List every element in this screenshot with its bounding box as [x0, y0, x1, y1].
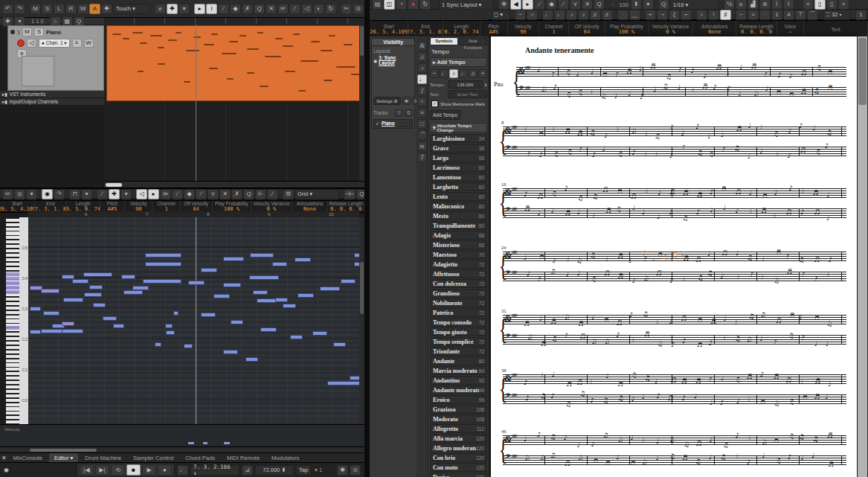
page-mode-icon[interactable]: ◫ — [384, 0, 395, 10]
info-field-pitch[interactable]: PitchA#5 — [480, 21, 508, 37]
info-field-release-length[interactable]: Release Length0. 0. 0. 0 — [736, 21, 777, 37]
whole-note-button[interactable]: ♩ — [542, 10, 553, 20]
marcato-button[interactable]: ⊤ — [795, 10, 806, 20]
midi-note[interactable] — [145, 253, 181, 257]
score-system[interactable]: {♩♪♫♩♩♬♪♬♩♬♫♪♪♪♬♩♩♬♪♪♪♬♫♬&♯♯♯♫♪♫♫♩♫♩♩♪♩♫… — [516, 67, 846, 98]
score-system[interactable]: 8{♩♬♩♬♬♫♪♩♫♩♫♪♪♪♩♩♬♩♩♫♪♪♩♫&♯♯♯♪♪♫♫♪♪♩♫♪♩… — [503, 127, 846, 158]
tab-modulators[interactable]: Modulators — [266, 453, 304, 462]
step-input-icon[interactable]: ≫ — [160, 189, 171, 199]
info-field-pitch[interactable]: PitchA#5 — [100, 201, 125, 212]
midi-note[interactable] — [41, 289, 60, 293]
rest-button-2[interactable]: ¬ — [657, 10, 668, 20]
ped-icon[interactable]: ⌇ — [783, 0, 794, 10]
natural-button[interactable]: ♮ — [708, 10, 719, 20]
tempo-item-alla-marcia[interactable]: Alla marcia120 — [430, 434, 487, 443]
hscroll-handle[interactable] — [106, 183, 122, 187]
rest-button-4[interactable]: ⌐ — [681, 10, 692, 20]
midi-note[interactable] — [166, 330, 175, 335]
folder-track[interactable]: ▸▮VST Instruments — [0, 91, 104, 98]
midi-note[interactable] — [143, 279, 181, 284]
speaker-icon[interactable]: ◀ — [510, 0, 521, 10]
text-palette-icon[interactable]: T — [417, 153, 427, 162]
velocity-tick[interactable] — [203, 442, 208, 444]
dot-mode-icon[interactable]: ○ — [527, 10, 538, 20]
tab-note-functions[interactable]: Note Functions — [459, 37, 487, 45]
editor-playhead[interactable] — [196, 217, 196, 424]
settings-icon[interactable]: ⊙ — [350, 465, 361, 476]
pinned-icon[interactable]: ⊓ — [69, 189, 80, 199]
zoom-tool[interactable]: Q — [254, 4, 265, 14]
tempo-palette-icon[interactable]: ♩ — [417, 74, 427, 84]
range-select-tool[interactable]: I — [206, 4, 217, 14]
graph-icon[interactable]: ▟ — [748, 0, 759, 10]
selected-note-glyph[interactable]: ♬ — [672, 252, 678, 259]
midi-note[interactable] — [333, 342, 346, 347]
iq-icon[interactable]: e — [736, 0, 747, 10]
midi-note[interactable] — [145, 262, 181, 266]
tuplet-dropdown[interactable]: 𝄚 32 ▾ — [823, 10, 851, 20]
eighth-note-button[interactable]: ♪ — [578, 10, 589, 20]
tempo-item-andante[interactable]: Andante80 — [430, 356, 487, 365]
dropdown-arrow-icon[interactable]: ▾ — [26, 189, 37, 199]
tempo-item-grazioso[interactable]: Grazioso108 — [430, 405, 487, 414]
midi-note[interactable] — [272, 262, 287, 266]
redo-icon[interactable]: ↷ — [14, 4, 25, 14]
sharp-button[interactable]: ♯ — [720, 10, 731, 20]
add-tempo-header[interactable]: ▸Add Tempo — [430, 57, 487, 67]
auto-follow-icon[interactable]: ✚ — [101, 4, 112, 14]
info-field-off-velocity[interactable]: Off Velocity64 — [181, 201, 213, 212]
boxes-palette-icon[interactable]: □ — [417, 119, 427, 129]
info-field-end[interactable]: End27. 3. 1. 83 — [35, 201, 67, 212]
snap-type-icon[interactable]: ⊙ — [353, 4, 364, 14]
tempo-text-field[interactable]: Enter Text — [448, 90, 487, 98]
midi-note[interactable] — [113, 324, 124, 328]
midi-note[interactable] — [121, 275, 135, 279]
piano-keys[interactable]: C5C4C3C2C1C0 — [6, 217, 29, 424]
solo-editor-icon[interactable]: ✏ — [2, 189, 13, 199]
tempo-item-andantino[interactable]: Andantino92 — [430, 376, 487, 385]
info-field-channel[interactable]: Channel1 — [539, 21, 569, 37]
scrub-tool[interactable]: ↻ — [325, 4, 336, 14]
info-field-release-length[interactable]: Release Length0. 0. 0. 0 — [328, 201, 364, 212]
midi-note[interactable] — [295, 257, 311, 262]
info-field-start[interactable]: Start26. 5. 4.109 — [370, 21, 408, 37]
midi-note[interactable] — [123, 290, 143, 295]
midi-note[interactable] — [201, 268, 217, 272]
acoustic-feedback-icon[interactable]: ◉ — [42, 189, 53, 199]
midi-note[interactable] — [72, 279, 89, 284]
info-field-articulations[interactable]: ArticulationsNone — [693, 21, 736, 37]
track-write-button[interactable]: W — [84, 39, 94, 48]
tempo-item-tempo-semplice[interactable]: Tempo semplice72 — [430, 337, 487, 346]
tenuto-button[interactable]: − — [736, 10, 747, 20]
tempo-item-marcia-moderato[interactable]: Marcia moderato84 — [430, 366, 487, 375]
midi-note[interactable] — [298, 293, 314, 298]
play-button[interactable]: ▶ — [142, 464, 156, 476]
tempo-item-trionfante[interactable]: Trionfante72 — [430, 347, 487, 356]
midi-note[interactable] — [201, 313, 216, 317]
midi-note[interactable] — [341, 279, 356, 284]
midi-note[interactable] — [63, 298, 83, 302]
finger-4-button[interactable]: 4 — [783, 10, 794, 20]
tempo-item-grave[interactable]: Grave36 — [430, 144, 487, 153]
clefs-palette-icon[interactable]: & — [417, 41, 427, 51]
midi-note[interactable] — [84, 292, 102, 297]
midi-note[interactable] — [62, 321, 74, 326]
info-field-text[interactable]: Text — [804, 21, 868, 37]
go-to-end-button[interactable]: ▶| — [95, 464, 109, 476]
midi-note[interactable] — [184, 344, 193, 348]
search-icon[interactable]: Q — [405, 109, 413, 117]
score-system[interactable]: 46{♩♪♫♪♩♪♫♫♩♩♩♫♫♬♪♫♪♩♫♬♫♫♫♬&♯♯♯♫♫♫♬♫♬♬♩♬… — [503, 435, 846, 467]
prev-note-value-button[interactable]: − — [430, 69, 439, 78]
tab-midi-remote[interactable]: MIDI Remote — [222, 453, 265, 462]
workspace-icon[interactable]: ✚ — [109, 189, 120, 199]
page-2-icon[interactable]: ▯ — [826, 0, 838, 10]
split-tool[interactable]: ∕ — [218, 4, 229, 14]
note-symbols-palette-icon[interactable]: ♫ — [417, 52, 427, 62]
dropdown-arrow-icon[interactable]: ▾ — [179, 4, 190, 14]
lines-palette-icon[interactable]: ≡ — [417, 108, 427, 118]
dot-button[interactable]: · — [617, 10, 629, 20]
tempo-item-lento[interactable]: Lento60 — [430, 192, 487, 201]
tempo-item-adagio[interactable]: Adagio66 — [430, 231, 487, 240]
project-playhead[interactable] — [196, 25, 196, 181]
midi-note[interactable] — [253, 290, 268, 295]
